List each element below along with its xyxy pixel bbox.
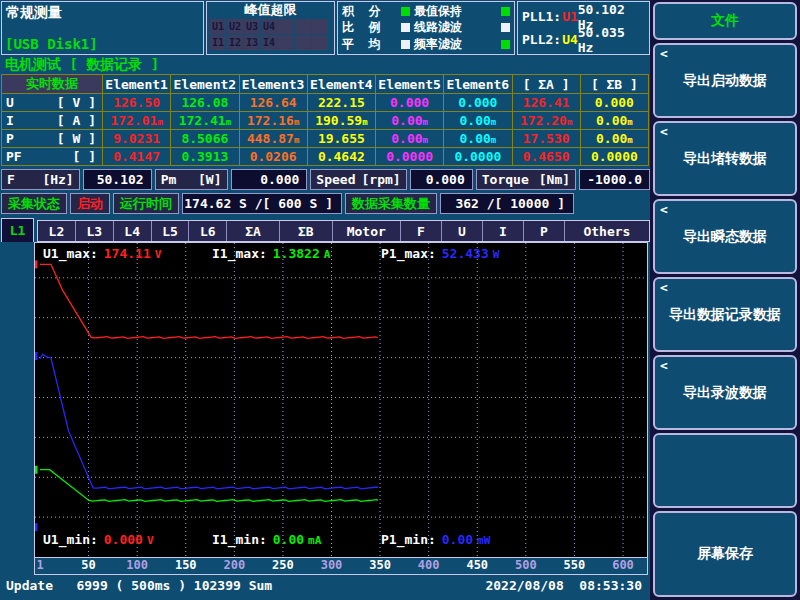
row-label-text: I[ A ] (2, 113, 102, 128)
export-startup-data-button[interactable]: <导出启动数据 (653, 43, 797, 118)
tab-f[interactable]: F (401, 221, 442, 241)
indicator-label: 平 均 (342, 36, 380, 53)
tab-motor[interactable]: Motor (333, 221, 401, 241)
x-tick-400: 400 (418, 558, 440, 572)
peak-cell-i1: I1 (210, 35, 226, 50)
cell-p-5: 0.00m (376, 130, 444, 148)
tab-u[interactable]: U (442, 221, 483, 241)
cell-u-3: 126.64 (239, 94, 307, 112)
column-header: [ ΣA ] (512, 75, 580, 94)
screen-save-button[interactable]: 屏幕保存 (653, 511, 797, 597)
tab-l1-active[interactable]: L1 (1, 218, 34, 242)
indicator-label: 积 分 (342, 3, 380, 20)
indicator-on-icon (401, 7, 410, 16)
indicator-比例: 比 例 (340, 20, 412, 36)
quantity-symbol: U (6, 95, 14, 110)
sample-count-value: 362 /[ 10000 ] (440, 193, 574, 214)
tab-l2[interactable]: L2 (38, 221, 76, 241)
row-label: U[ V ] (2, 94, 103, 112)
min-i1-min: I1_min:0.00mA (212, 532, 381, 547)
quantity-unit: [ V ] (57, 95, 96, 110)
test-mode-line: 电机测试 [ 数据记录 ] (0, 55, 650, 74)
chevron-left-icon: < (660, 358, 668, 373)
column-header: Element5 (376, 75, 444, 94)
trace-start-marker (35, 352, 38, 360)
label-unit: [Hz] (42, 172, 73, 187)
tab-l3[interactable]: L3 (76, 221, 114, 241)
label-unit: A (324, 248, 331, 261)
speed-value: 0.000 (410, 169, 473, 190)
export-waveform-data-button[interactable]: <导出录波数据 (653, 355, 797, 430)
x-tick-100: 100 (126, 558, 148, 572)
column-header: Element4 (307, 75, 375, 94)
table-header-row: 实时数据Element1Element2Element3Element4Elem… (2, 75, 649, 94)
softkey-label: 导出录波数据 (683, 384, 767, 402)
x-tick-50: 50 (81, 558, 95, 572)
tab-l6[interactable]: L6 (189, 221, 227, 241)
softkey-label: 导出数据记录数据 (669, 306, 781, 324)
frequency-label: F[Hz] (1, 169, 80, 190)
pll-name: PLL2: (522, 32, 561, 47)
acquisition-status-row: 采集状态启动运行时间174.62 S /[ 600 S ]数据采集数量362 /… (1, 193, 650, 214)
peak-cell-i3: I3 (244, 35, 260, 50)
acq-status-label: 采集状态 (1, 193, 67, 214)
softkey-label: 导出启动数据 (683, 72, 767, 90)
indicator-label: 比 例 (342, 19, 380, 36)
peak-cell-u4: U4 (261, 19, 277, 34)
tab-l5[interactable]: L5 (152, 221, 190, 241)
trace-u1 (40, 264, 378, 338)
update-counter: Update 6999 ( 500ms ) 102399 Sum (6, 578, 272, 593)
x-tick-150: 150 (175, 558, 197, 572)
tab-l4[interactable]: L4 (114, 221, 152, 241)
runtime-label: 运行时间 (113, 193, 179, 214)
tab-p[interactable]: P (524, 221, 565, 241)
export-transient-data-button[interactable]: <导出瞬态数据 (653, 199, 797, 274)
chart-max-labels: U1_max:174.11VI1_max:1.3822AP1_max:52.43… (43, 246, 550, 261)
softkey-label: 导出瞬态数据 (683, 228, 767, 246)
tab-sigma-b[interactable]: ΣB (280, 221, 333, 241)
trace-start-marker (35, 260, 38, 268)
export-datalog-data-button[interactable]: <导出数据记录数据 (653, 277, 797, 352)
label-name: I1_max: (212, 246, 267, 261)
peak-cell-empty (312, 35, 328, 50)
quantity-symbol: P (6, 131, 14, 146)
cell-u-6: 0.000 (444, 94, 512, 112)
x-tick-200: 200 (223, 558, 245, 572)
cell-i-3: 172.16m (239, 112, 307, 130)
pll-source: U4 (562, 32, 578, 47)
x-tick-1: 1 (36, 558, 43, 572)
trace-p1 (40, 354, 378, 489)
top-status-bar: 常规测量 [USB Disk1] 峰值超限 U1U2U3U4I1I2I3I4 积… (0, 0, 650, 55)
cell-pf-5: 0.0000 (376, 148, 444, 166)
cell-p-6: 0.00m (444, 130, 512, 148)
cell-p-3: 448.87m (239, 130, 307, 148)
realtime-data-label: 实时数据 (2, 75, 103, 94)
softkey-label: 导出堵转数据 (683, 150, 767, 168)
indicator-off-icon (501, 23, 510, 32)
peak-over-limit-panel: 峰值超限 U1U2U3U4I1I2I3I4 (206, 1, 335, 55)
label-name: Speed (316, 172, 355, 187)
function-indicator-panel: 积 分比 例平 均 最值保持线路滤波频率滤波 (337, 1, 515, 55)
x-tick-350: 350 (369, 558, 391, 572)
quantity-symbol: PF (6, 149, 22, 164)
tab-sigma-a[interactable]: ΣA (227, 221, 280, 241)
label-value: 1.3822 (273, 246, 320, 261)
label-name: Pm (161, 172, 177, 187)
indicator-column-right: 最值保持线路滤波频率滤波 (412, 3, 512, 53)
column-header: Element3 (239, 75, 307, 94)
tab-others[interactable]: Others (565, 221, 649, 241)
measure-mode-title: 常规测量 (2, 2, 203, 22)
table-row-i: I[ A ]172.01m172.41m172.16m190.59m0.00m0… (2, 112, 649, 130)
tab-i[interactable]: I (483, 221, 524, 241)
x-tick-550: 550 (564, 558, 586, 572)
max-i1-max: I1_max:1.3822A (212, 246, 381, 261)
peak-over-limit-grid: U1U2U3U4I1I2I3I4 (210, 19, 334, 50)
torque-label: Torque[Nm] (476, 169, 576, 190)
acq-status-value: 启动 (70, 193, 110, 214)
label-value: 0.00 (442, 532, 473, 547)
cell-u-2: 126.08 (171, 94, 239, 112)
export-stall-data-button[interactable]: <导出堵转数据 (653, 121, 797, 196)
peak-cell-u1: U1 (210, 19, 226, 34)
x-tick-600: 600 (612, 558, 634, 572)
label-name: I1_min: (212, 532, 267, 547)
